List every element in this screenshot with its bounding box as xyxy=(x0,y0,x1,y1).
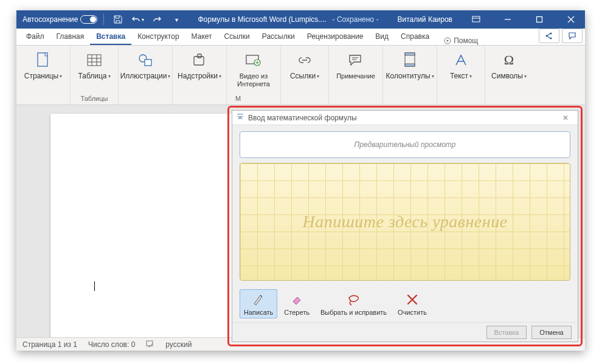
omega-icon: Ω xyxy=(499,50,519,70)
illustrations-button[interactable]: Иллюстрации▾ xyxy=(123,48,167,81)
tab-file[interactable]: Файл xyxy=(20,29,50,45)
tab-references[interactable]: Ссылки xyxy=(218,29,256,45)
dialog-highlight: Ввод математической формулы ✕ Предварите… xyxy=(227,106,583,346)
group-links: Ссылки▾ xyxy=(281,46,329,105)
text-icon xyxy=(451,50,471,70)
text-cursor xyxy=(94,281,95,291)
lasso-icon xyxy=(346,292,362,307)
svg-rect-20 xyxy=(198,54,201,58)
symbols-button[interactable]: ΩСимволы▾ xyxy=(490,48,528,81)
video-label: Видео из Интернета xyxy=(232,72,275,88)
addins-label: Надстройки xyxy=(178,72,218,81)
online-video-button[interactable]: Видео из Интернета xyxy=(232,48,275,88)
group-illustrations: Иллюстрации▾ xyxy=(119,46,173,105)
autosave-toggle[interactable]: Автосохранение xyxy=(22,15,97,24)
tab-insert[interactable]: Вставка xyxy=(90,29,131,45)
group-name: М xyxy=(232,95,241,103)
tab-view[interactable]: Вид xyxy=(369,29,395,45)
pen-icon xyxy=(251,292,266,307)
chevron-down-icon: ▾ xyxy=(168,74,170,79)
autosave-label: Автосохранение xyxy=(22,15,78,24)
preview-placeholder: Предварительный просмотр xyxy=(355,140,456,149)
comment-button[interactable]: Примечание xyxy=(334,48,378,80)
chevron-down-icon: ▾ xyxy=(60,74,62,79)
group-tables: Таблица▾ Таблицы xyxy=(71,46,119,105)
math-input-dialog: Ввод математической формулы ✕ Предварите… xyxy=(232,110,578,342)
table-icon xyxy=(85,50,104,70)
pages-button[interactable]: Страницы▾ xyxy=(21,48,65,81)
word-count[interactable]: Число слов: 0 xyxy=(88,340,135,349)
tool-clear[interactable]: Очистить xyxy=(393,289,431,318)
svg-point-8 xyxy=(546,35,548,37)
tool-write[interactable]: Написать xyxy=(240,289,277,318)
dialog-titlebar[interactable]: Ввод математической формулы ✕ xyxy=(232,111,578,125)
redo-icon[interactable] xyxy=(149,12,165,27)
dialog-body: Предварительный просмотр Напишите здесь … xyxy=(232,125,578,322)
text-button[interactable]: Текст▾ xyxy=(442,48,480,81)
group-name xyxy=(303,95,305,103)
illustrations-label: Иллюстрации xyxy=(120,72,167,81)
table-label: Таблица xyxy=(78,72,106,81)
chevron-down-icon: ▾ xyxy=(524,74,527,79)
links-label: Ссылки xyxy=(290,72,316,81)
close-button[interactable] xyxy=(557,10,585,29)
dialog-close-button[interactable]: ✕ xyxy=(557,112,574,124)
links-button[interactable]: Ссылки▾ xyxy=(286,48,323,81)
share-button[interactable] xyxy=(539,29,559,43)
group-addins: Надстройки▾ xyxy=(173,46,227,105)
cancel-button[interactable]: Отмена xyxy=(531,326,572,339)
chevron-down-icon: ▾ xyxy=(469,74,472,79)
tool-write-label: Написать xyxy=(244,309,273,316)
dialog-footer: Вставка Отмена xyxy=(232,322,578,342)
group-name xyxy=(198,95,200,103)
writing-pad[interactable]: Напишите здесь уравнение xyxy=(240,163,570,281)
chevron-down-icon: ▾ xyxy=(432,74,434,79)
group-name xyxy=(144,95,146,103)
group-name xyxy=(355,95,356,103)
tell-me-label: Помощ xyxy=(454,36,478,45)
page-icon xyxy=(33,50,53,70)
proofing-icon[interactable] xyxy=(146,339,154,349)
tell-me[interactable]: Помощ xyxy=(444,36,478,45)
page-indicator[interactable]: Страница 1 из 1 xyxy=(22,340,77,349)
tab-home[interactable]: Главная xyxy=(50,29,91,45)
tab-mailings[interactable]: Рассылки xyxy=(256,29,301,45)
comment-label: Примечание xyxy=(336,72,375,80)
svg-point-10 xyxy=(550,38,552,39)
user-name[interactable]: Виталий Каиров xyxy=(397,15,452,24)
insert-button[interactable]: Вставка xyxy=(486,326,527,339)
headerfooter-icon xyxy=(400,50,420,70)
tab-review[interactable]: Рецензирование xyxy=(301,29,370,45)
language-indicator[interactable]: русский xyxy=(165,340,192,349)
writepad-hint: Напишите здесь уравнение xyxy=(240,163,570,280)
tool-select[interactable]: Выбрать и исправить xyxy=(316,289,391,318)
addins-button[interactable]: Надстройки▾ xyxy=(178,48,221,81)
ribbon-display-icon[interactable] xyxy=(462,10,490,29)
tool-erase-label: Стереть xyxy=(284,309,310,316)
shapes-icon xyxy=(136,50,155,70)
minimize-button[interactable] xyxy=(494,10,522,29)
group-name: Таблицы xyxy=(81,95,108,103)
undo-icon[interactable]: ▾ xyxy=(130,12,145,27)
svg-rect-28 xyxy=(147,341,153,346)
table-button[interactable]: Таблица▾ xyxy=(75,48,113,81)
tab-help[interactable]: Справка xyxy=(395,29,435,45)
comments-button[interactable] xyxy=(562,29,583,43)
tab-layout[interactable]: Макет xyxy=(185,29,218,45)
tab-design[interactable]: Конструктор xyxy=(131,29,185,45)
save-icon[interactable] xyxy=(110,12,126,27)
group-comments: Примечание xyxy=(329,46,383,105)
headerfooter-button[interactable]: Колонтитулы▾ xyxy=(388,48,432,81)
group-text: Текст▾ xyxy=(437,46,485,105)
document-title: Формулы в Microsoft Word (Lumpics.... xyxy=(198,15,326,24)
group-headerfooter: Колонтитулы▾ xyxy=(383,46,437,105)
headerfooter-label: Колонтитулы xyxy=(386,72,430,81)
tool-erase[interactable]: Стереть xyxy=(280,289,314,318)
group-name xyxy=(409,95,410,103)
video-icon xyxy=(244,50,263,70)
maximize-button[interactable] xyxy=(525,10,553,29)
group-name xyxy=(508,95,510,103)
addins-icon xyxy=(190,50,209,70)
qat-more-icon[interactable]: ▾ xyxy=(168,12,184,27)
group-pages: Страницы▾ xyxy=(16,46,71,105)
